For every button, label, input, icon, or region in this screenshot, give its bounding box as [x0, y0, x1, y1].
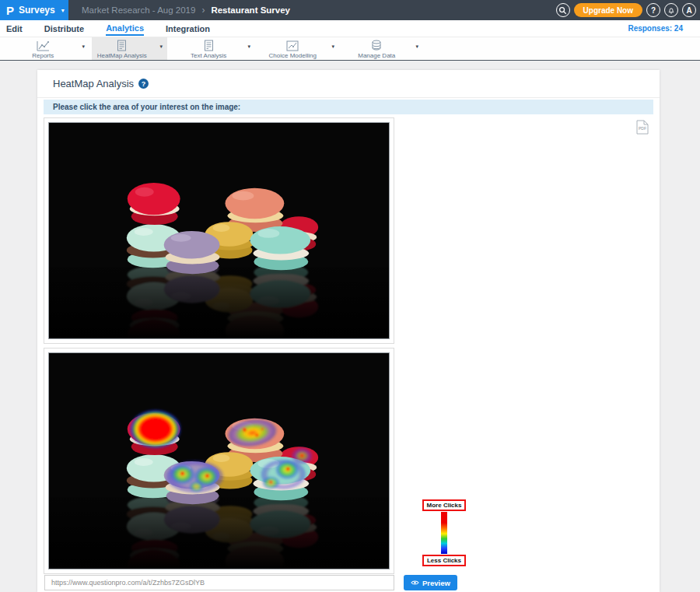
- account-avatar[interactable]: A: [682, 3, 696, 17]
- legend-less-clicks: Less Clicks: [422, 555, 466, 566]
- legend-more-clicks: More Clicks: [422, 499, 467, 511]
- toolbar-item-reports-body: Reports: [12, 37, 74, 60]
- nav-edit[interactable]: Edit: [6, 22, 23, 35]
- card-header: HeatMap Analysis ?: [37, 70, 660, 98]
- nav-distribute[interactable]: Distribute: [44, 22, 84, 35]
- toolbar-item-reports-label: Reports: [32, 52, 54, 59]
- instruction-text: Please click the area of your interest o…: [53, 103, 240, 111]
- toolbar-item-manage-label: Manage Data: [358, 52, 395, 59]
- toolbar-item-choice-modelling[interactable]: Choice Modelling ▾: [261, 37, 339, 60]
- eye-icon: [411, 580, 419, 586]
- toolbar-item-text-analysis[interactable]: Text Analysis ▾: [177, 37, 255, 60]
- toolbar-item-choice-label: Choice Modelling: [269, 52, 317, 59]
- preview-button-label: Preview: [422, 579, 450, 587]
- line-chart-icon: [37, 40, 50, 51]
- nav-integration[interactable]: Integration: [166, 22, 210, 35]
- legend-gradient-bar: [441, 512, 447, 554]
- chevron-down-icon[interactable]: ▾: [159, 44, 163, 50]
- pdf-file-icon: PDF: [636, 120, 649, 135]
- chevron-down-icon[interactable]: ▾: [247, 44, 250, 50]
- survey-section-nav: Edit Distribute Analytics Integration Re…: [0, 20, 700, 37]
- instruction-banner: Please click the area of your interest o…: [44, 100, 653, 114]
- toolbar-item-manage-body: Manage Data: [345, 37, 408, 60]
- toolbar-item-manage-data[interactable]: Manage Data ▾: [345, 37, 423, 60]
- questionpro-logo-icon: P: [6, 5, 14, 16]
- breadcrumb-survey-name: Restaurant Survey: [211, 5, 290, 15]
- toolbar-item-text-body: Text Analysis: [177, 37, 240, 60]
- chevron-down-icon[interactable]: ▾: [415, 44, 418, 50]
- chevron-down-icon: ▾: [61, 7, 65, 14]
- chevron-down-icon[interactable]: ▾: [331, 44, 334, 50]
- original-image-panel: [44, 117, 394, 344]
- notifications-button[interactable]: [664, 3, 678, 17]
- avatar-initial: A: [686, 6, 691, 15]
- nav-analytics[interactable]: Analytics: [106, 21, 144, 36]
- survey-image-original[interactable]: [48, 122, 390, 339]
- chevron-down-icon[interactable]: ▾: [82, 44, 85, 50]
- survey-url-input[interactable]: [44, 575, 394, 590]
- export-pdf-button[interactable]: PDF: [636, 120, 649, 135]
- surveys-menu-label: Surveys: [19, 5, 55, 16]
- analytics-toolbar: Reports ▾ HeatMap Analysis ▾ Text Analys…: [0, 37, 700, 61]
- survey-image-heatmap[interactable]: [48, 352, 390, 569]
- preview-button[interactable]: Preview: [404, 575, 457, 590]
- toolbar-item-heatmap-label: HeatMap Analysis: [97, 52, 147, 59]
- help-button[interactable]: ?: [646, 3, 660, 17]
- responses-count[interactable]: Responses: 24: [628, 20, 683, 37]
- heatmap-image-panel: [44, 348, 394, 574]
- toolbar-item-reports[interactable]: Reports ▾: [12, 37, 89, 60]
- svg-text:PDF: PDF: [639, 126, 646, 131]
- breadcrumb: Market Research - Aug 2019 › Restaurant …: [82, 0, 290, 20]
- breadcrumb-survey-folder[interactable]: Market Research - Aug 2019: [82, 5, 195, 15]
- toolbar-item-heatmap-analysis[interactable]: HeatMap Analysis ▾: [92, 37, 167, 60]
- questionpro-heatmap-screen: P Surveys ▾ Market Research - Aug 2019 ›…: [0, 0, 700, 592]
- heatmap-legend: More Clicks Less Clicks: [401, 499, 487, 566]
- top-navbar: P Surveys ▾ Market Research - Aug 2019 ›…: [0, 0, 700, 20]
- breadcrumb-separator-icon: ›: [201, 5, 205, 16]
- page-title: HeatMap Analysis: [53, 78, 134, 89]
- heatmap-help-button[interactable]: ?: [138, 79, 149, 89]
- bell-icon: [667, 6, 675, 15]
- surveys-menu-button[interactable]: P Surveys ▾: [0, 0, 68, 20]
- toolbar-item-heatmap-body: HeatMap Analysis: [92, 37, 152, 60]
- search-icon: [558, 6, 567, 15]
- toolbar-item-text-label: Text Analysis: [191, 52, 226, 59]
- report-doc-icon: [117, 40, 127, 51]
- search-button[interactable]: [556, 3, 570, 17]
- question-mark-icon: ?: [142, 80, 146, 88]
- heatmap-analysis-card: HeatMap Analysis ? Please click the area…: [37, 70, 660, 592]
- question-mark-icon: ?: [651, 6, 656, 15]
- topbar-actions: Upgrade Now ? A: [556, 0, 696, 20]
- upgrade-now-button[interactable]: Upgrade Now: [574, 3, 642, 17]
- model-chart-icon: [286, 40, 299, 51]
- database-icon: [371, 40, 382, 51]
- toolbar-item-choice-body: Choice Modelling: [261, 37, 324, 60]
- text-doc-icon: [204, 40, 214, 51]
